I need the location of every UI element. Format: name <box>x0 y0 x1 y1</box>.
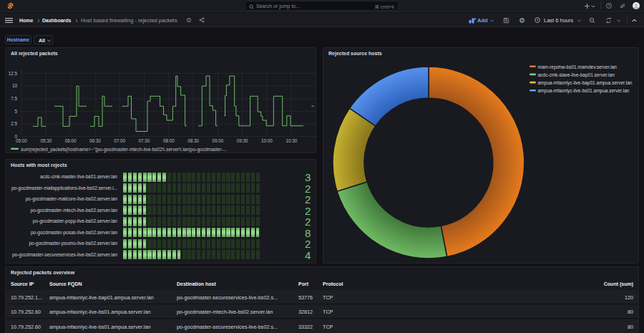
svg-text:?: ? <box>608 4 610 8</box>
svg-text:ampua-mfaonlyc-live-bs01.ampua: ampua-mfaonlyc-live-bs01.ampua.server.la… <box>538 88 630 94</box>
svg-text:ampua-mfaonlyc-live-bap01.ampu: ampua-mfaonlyc-live-bap01.ampua.server.l… <box>538 80 633 86</box>
svg-text:08:00: 08:00 <box>163 138 175 143</box>
svg-text:10:00: 10:00 <box>261 138 273 143</box>
svg-text:08:30: 08:30 <box>187 138 199 143</box>
svg-text:09:30: 09:30 <box>237 138 248 143</box>
svg-text:05:30: 05:30 <box>40 138 52 143</box>
svg-text:07:30: 07:30 <box>139 138 150 143</box>
svg-text:2.5: 2.5 <box>11 121 17 126</box>
svg-text:09:00: 09:00 <box>213 138 224 143</box>
svg-text:06:00: 06:00 <box>65 138 77 143</box>
svg-text:05:00: 05:00 <box>16 138 27 143</box>
svg-text:mam-repohw-bs01.mamdev.server.: mam-repohw-bs01.mamdev.server.lan <box>538 64 618 70</box>
svg-text:sum(rejected_packets{hostname=: sum(rejected_packets{hostname=~"(po-gocd… <box>21 147 227 153</box>
svg-text:10: 10 <box>12 83 18 88</box>
svg-text:06:30: 06:30 <box>89 138 101 143</box>
svg-text:7.5: 7.5 <box>11 96 17 101</box>
svg-text:acdc-cmk-slave-live-bap01.serv: acdc-cmk-slave-live-bap01.server.lan <box>538 72 615 78</box>
svg-text:10:30: 10:30 <box>286 138 297 143</box>
svg-text:5: 5 <box>14 109 17 114</box>
svg-text:12.5: 12.5 <box>9 71 18 76</box>
svg-text:07:00: 07:00 <box>114 138 125 143</box>
